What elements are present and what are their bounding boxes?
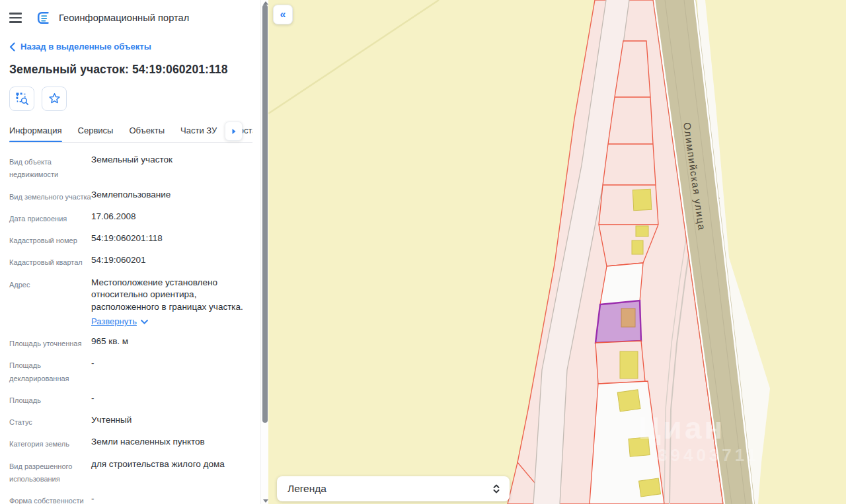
chevron-down-icon (141, 320, 148, 324)
cadastral-map[interactable]: Олимпийская улица Циан 39403711 (268, 0, 846, 504)
double-chevron-left-icon: « (280, 9, 286, 20)
tabs-scroll-right-button[interactable] (225, 122, 243, 141)
back-link-label: Назад в выделенные объекты (20, 42, 151, 52)
arrow-right-icon (231, 128, 237, 135)
attribute-row: Вид объекта недвижимости Земельный участ… (9, 154, 251, 182)
attribute-row: Вид земельного участка Землепользование (9, 189, 251, 203)
expand-address-link[interactable]: Развернуть (91, 316, 148, 328)
scrollbar-thumb[interactable] (262, 5, 268, 423)
legend-bar[interactable]: Легенда (277, 476, 510, 501)
building (636, 226, 648, 236)
back-link[interactable]: Назад в выделенные объекты (9, 42, 251, 52)
attribute-row: Вид разрешенного использования для строи… (9, 458, 251, 486)
object-info-panel: Геоинформационный портал Назад в выделен… (0, 0, 268, 504)
building (617, 390, 640, 412)
tab-servisy[interactable]: Сервисы (78, 122, 114, 142)
scrollbar-down-arrow-icon[interactable] (263, 499, 268, 503)
attribute-row: Кадастровый номер 54:19:060201:118 (9, 233, 251, 247)
tab-chasti-zu[interactable]: Части ЗУ (180, 122, 217, 142)
attribute-row: Площадь декларированная - (9, 357, 251, 385)
object-actions (9, 87, 251, 111)
address-value: Местоположение установлено относительно … (91, 277, 243, 312)
building (632, 240, 643, 254)
watermark-brand: Циан (638, 411, 725, 445)
attribute-row: Категория земель Земли населенных пункто… (9, 436, 251, 450)
menu-icon[interactable] (9, 13, 22, 23)
tab-obekty[interactable]: Объекты (129, 122, 165, 142)
favorite-button[interactable] (42, 87, 67, 111)
attribute-row: Статус Учтенный (9, 414, 251, 429)
collapse-panel-button[interactable]: « (273, 5, 293, 24)
star-icon (48, 92, 61, 106)
attribute-row: Площадь уточненная 965 кв. м (9, 336, 251, 350)
panel-scrollbar[interactable] (260, 0, 268, 504)
map-container: Олимпийская улица Циан 39403711 « Легенд… (268, 0, 846, 504)
legend-toggle-button[interactable] (492, 484, 500, 494)
attribute-row-address: Адрес Местоположение установлено относит… (9, 277, 251, 329)
back-chevron-icon (9, 42, 15, 52)
attribute-row: Кадастровый квартал 54:19:060201 (9, 254, 251, 269)
zoom-to-object-button[interactable] (9, 87, 34, 111)
attribute-row: Площадь - (9, 392, 251, 407)
building (620, 351, 638, 378)
up-down-chevrons-icon (492, 484, 500, 494)
app-logo (36, 11, 51, 25)
parcel[interactable] (600, 263, 643, 305)
building (638, 478, 660, 497)
building (633, 189, 652, 210)
selection-zoom-icon (15, 92, 29, 106)
geo-portal-app: Геоинформационный портал Назад в выделен… (0, 0, 846, 504)
attributes-list: Вид объекта недвижимости Земельный участ… (9, 154, 251, 504)
building-on-selected-parcel (621, 308, 635, 327)
tab-informatsiya[interactable]: Информация (9, 122, 62, 142)
watermark-id: 39403711 (658, 445, 759, 465)
attribute-row: Дата присвоения 17.06.2008 (9, 211, 251, 225)
app-title: Геоинформационный портал (59, 13, 189, 23)
legend-label: Легенда (288, 483, 327, 495)
tabs-bar: Информация Сервисы Объекты Части ЗУ Сост… (9, 122, 251, 143)
attribute-row: Форма собственности - (9, 493, 251, 504)
panel-header: Геоинформационный портал (9, 0, 251, 28)
page-title: Земельный участок: 54:19:060201:118 (9, 63, 251, 77)
